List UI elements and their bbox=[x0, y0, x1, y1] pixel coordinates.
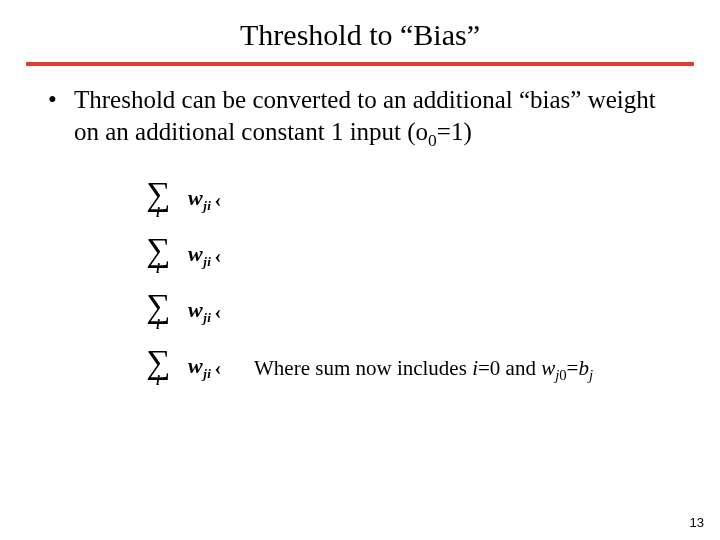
weight-symbol: wji bbox=[188, 297, 211, 326]
cap-eq: = bbox=[567, 356, 579, 380]
sigma-box: ∑ i bbox=[136, 180, 180, 219]
formula-row-2: ∑ i wji ‹ bbox=[136, 228, 674, 284]
w-letter: w bbox=[188, 241, 203, 266]
bullet-sub: 0 bbox=[428, 130, 437, 150]
bullet-text: Threshold can be converted to an additio… bbox=[74, 84, 674, 148]
sigma-box: ∑ i bbox=[136, 292, 180, 331]
cap-bsub: j bbox=[589, 367, 593, 383]
bullet-item: • Threshold can be converted to an addit… bbox=[46, 84, 674, 148]
formula-row-1: ∑ i wji ‹ bbox=[136, 172, 674, 228]
bullet-text-pre: Threshold can be converted to an additio… bbox=[74, 86, 656, 145]
sigma-index: i bbox=[156, 318, 160, 332]
cap-wsub-0: 0 bbox=[559, 367, 566, 383]
content-area: • Threshold can be converted to an addit… bbox=[0, 84, 720, 381]
sigma-symbol: ∑ bbox=[146, 236, 170, 263]
w-letter: w bbox=[188, 353, 203, 378]
formula-trail: ‹ bbox=[214, 301, 221, 324]
cap-pre: Where sum now includes bbox=[254, 356, 472, 380]
bullet-marker: • bbox=[46, 84, 74, 116]
sigma-index: i bbox=[156, 262, 160, 276]
caption-text: Where sum now includes i=0 and wj0=bj bbox=[254, 356, 674, 381]
cap-eq0: =0 and bbox=[478, 356, 541, 380]
sigma-symbol: ∑ bbox=[146, 180, 170, 207]
page-number: 13 bbox=[690, 515, 704, 530]
sigma-symbol: ∑ bbox=[146, 348, 170, 375]
w-sub: ji bbox=[203, 311, 211, 326]
sigma-box: ∑ i bbox=[136, 236, 180, 275]
formula-trail: ‹ bbox=[214, 357, 221, 380]
cap-b: b bbox=[578, 356, 589, 380]
w-letter: w bbox=[188, 297, 203, 322]
w-sub: ji bbox=[203, 367, 211, 382]
weight-symbol: wji bbox=[188, 353, 211, 382]
formula-trail: ‹ bbox=[214, 245, 221, 268]
sigma-symbol: ∑ bbox=[146, 292, 170, 319]
cap-w: w bbox=[541, 356, 555, 380]
sigma-index: i bbox=[156, 206, 160, 220]
formula-trail: ‹ bbox=[214, 189, 221, 212]
formula-row-3: ∑ i wji ‹ bbox=[136, 284, 674, 340]
w-sub: ji bbox=[203, 199, 211, 214]
bullet-text-post: =1) bbox=[437, 118, 472, 145]
weight-symbol: wji bbox=[188, 185, 211, 214]
sigma-index: i bbox=[156, 374, 160, 388]
weight-symbol: wji bbox=[188, 241, 211, 270]
w-letter: w bbox=[188, 185, 203, 210]
sigma-box: ∑ i bbox=[136, 348, 180, 387]
w-sub: ji bbox=[203, 255, 211, 270]
slide-title: Threshold to “Bias” bbox=[0, 0, 720, 62]
title-underline bbox=[26, 62, 694, 66]
